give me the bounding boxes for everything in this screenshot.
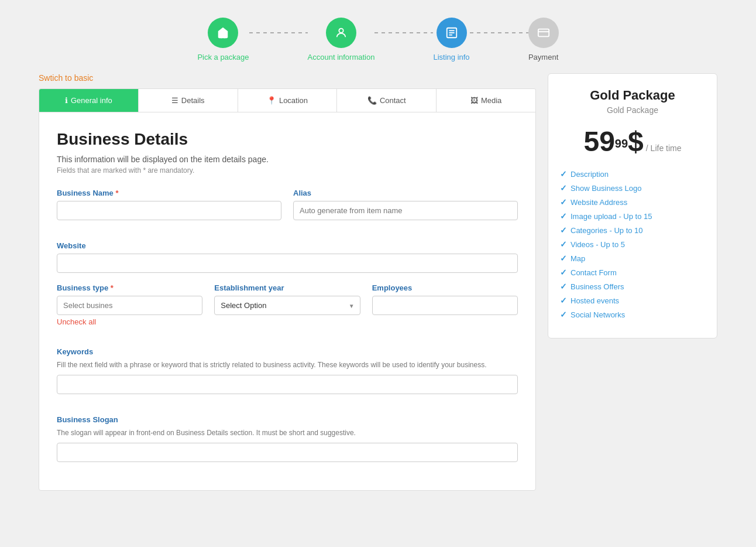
slogan-input[interactable] — [57, 443, 518, 462]
step-circle-listing-info — [437, 18, 467, 48]
right-panel: Gold Package Gold Package 5999$/ Life ti… — [548, 73, 717, 491]
tab-media-label: Media — [481, 96, 501, 105]
type-year-employees-row: Business type * Uncheck all Establishmen… — [57, 283, 518, 337]
switch-basic-link[interactable]: Swtich to basic — [39, 73, 536, 83]
form-card: Business Details This information will b… — [39, 112, 536, 491]
website-input[interactable] — [57, 254, 518, 273]
feature-image-upload: ✓Image upload - Up to 15 — [560, 211, 705, 221]
main-layout: Swtich to basic ℹ General info ☰ Details… — [27, 73, 729, 502]
uncheck-all-button[interactable]: Uncheck all — [57, 317, 202, 326]
business-name-alias-row: Business Name * Alias — [57, 189, 518, 231]
package-price: 5999$/ Life time — [560, 125, 705, 158]
details-icon: ☰ — [171, 96, 178, 105]
website-group: Website — [57, 241, 518, 273]
step-circle-payment — [528, 18, 559, 48]
establishment-year-select[interactable]: Select Option — [214, 296, 360, 315]
business-type-label: Business type * — [57, 283, 202, 292]
step-listing-info[interactable]: Listing info — [433, 18, 469, 61]
business-type-required: * — [111, 283, 114, 292]
alias-group: Alias — [293, 189, 518, 220]
form-subtitle: This information will be displayed on th… — [57, 155, 518, 164]
business-name-label: Business Name * — [57, 189, 281, 197]
price-period: / Life time — [646, 143, 682, 153]
feature-social-networks: ✓Social Networks — [560, 310, 705, 319]
contact-icon: 📞 — [367, 96, 377, 105]
feature-videos-text: Videos - Up to 5 — [571, 240, 625, 249]
price-main: 59 — [583, 126, 614, 157]
business-name-group: Business Name * — [57, 189, 281, 220]
check-icon-website: ✓ — [560, 197, 567, 207]
employees-group: Employees — [372, 283, 518, 326]
check-icon-image-upload: ✓ — [560, 211, 567, 221]
package-subtitle: Gold Package — [560, 105, 705, 115]
feature-videos: ✓Videos - Up to 5 — [560, 240, 705, 249]
check-icon-hosted-events: ✓ — [560, 296, 567, 305]
business-name-required: * — [115, 189, 118, 197]
feature-map: ✓Map — [560, 254, 705, 263]
check-icon-videos: ✓ — [560, 240, 567, 249]
feature-business-offers: ✓Business Offers — [560, 282, 705, 291]
feature-map-text: Map — [571, 254, 585, 263]
form-note: Fields that are marked with * are mandat… — [57, 166, 518, 175]
business-type-group: Business type * Uncheck all — [57, 283, 202, 326]
tabs-bar: ℹ General info ☰ Details 📍 Location 📞 Co… — [39, 88, 536, 112]
keywords-group: Keywords Fill the next field with a phra… — [57, 347, 518, 405]
establishment-year-select-wrapper: Select Option — [214, 296, 360, 315]
price-cents: 99 — [615, 137, 628, 150]
check-icon-show-logo: ✓ — [560, 183, 567, 193]
step-label-pick-package: Pick a package — [197, 53, 249, 61]
media-icon: 🖼 — [470, 96, 478, 105]
alias-label: Alias — [293, 189, 518, 197]
step-circle-account-info — [326, 18, 356, 48]
tab-details[interactable]: ☰ Details — [139, 89, 238, 112]
check-icon-contact-form: ✓ — [560, 268, 567, 277]
step-label-listing-info: Listing info — [433, 53, 469, 61]
feature-contact-form: ✓Contact Form — [560, 268, 705, 277]
feature-contact-form-text: Contact Form — [571, 268, 617, 277]
establishment-year-label: Establishment year — [214, 283, 360, 292]
svg-point-0 — [339, 29, 343, 33]
tab-media[interactable]: 🖼 Media — [437, 89, 535, 112]
check-icon-business-offers: ✓ — [560, 282, 567, 291]
keywords-label: Keywords — [57, 347, 518, 356]
tab-general-info-label: General info — [71, 96, 112, 105]
business-type-input[interactable] — [57, 296, 202, 315]
tab-location[interactable]: 📍 Location — [238, 89, 338, 112]
business-name-input[interactable] — [57, 201, 281, 220]
feature-image-upload-text: Image upload - Up to 15 — [571, 212, 652, 221]
website-label: Website — [57, 241, 518, 250]
step-payment[interactable]: Payment — [528, 18, 559, 61]
keywords-input[interactable] — [57, 375, 518, 394]
feature-description: ✓Description — [560, 169, 705, 179]
feature-show-logo: ✓Show Business Logo — [560, 183, 705, 193]
employees-input[interactable] — [372, 296, 518, 315]
svg-rect-5 — [538, 29, 548, 37]
package-name: Gold Package — [560, 88, 705, 103]
connector-3 — [470, 32, 528, 33]
feature-categories: ✓Categories - Up to 10 — [560, 225, 705, 235]
price-currency: $ — [628, 126, 644, 157]
step-account-info[interactable]: Account information — [308, 18, 375, 61]
tab-location-label: Location — [279, 96, 308, 105]
establishment-year-group: Establishment year Select Option — [214, 283, 360, 326]
check-icon-description: ✓ — [560, 169, 567, 179]
check-icon-categories: ✓ — [560, 225, 567, 235]
employees-label: Employees — [372, 283, 518, 292]
tab-contact[interactable]: 📞 Contact — [337, 89, 437, 112]
alias-input[interactable] — [293, 201, 518, 220]
step-pick-package[interactable]: Pick a package — [197, 18, 249, 61]
feature-hosted-events-text: Hosted events — [571, 296, 619, 305]
feature-categories-text: Categories - Up to 10 — [571, 226, 643, 235]
connector-2 — [374, 32, 433, 33]
location-icon: 📍 — [267, 96, 276, 105]
check-icon-social-networks: ✓ — [560, 310, 567, 319]
slogan-group: Business Slogan The slogan will appear i… — [57, 415, 518, 462]
connector-1 — [249, 32, 308, 33]
form-title: Business Details — [57, 130, 518, 149]
keywords-description: Fill the next field with a phrase or key… — [57, 360, 518, 370]
tab-general-info[interactable]: ℹ General info — [39, 89, 139, 112]
step-label-payment: Payment — [528, 53, 558, 61]
feature-hosted-events: ✓Hosted events — [560, 296, 705, 305]
info-icon: ℹ — [65, 96, 68, 105]
tab-contact-label: Contact — [380, 96, 406, 105]
